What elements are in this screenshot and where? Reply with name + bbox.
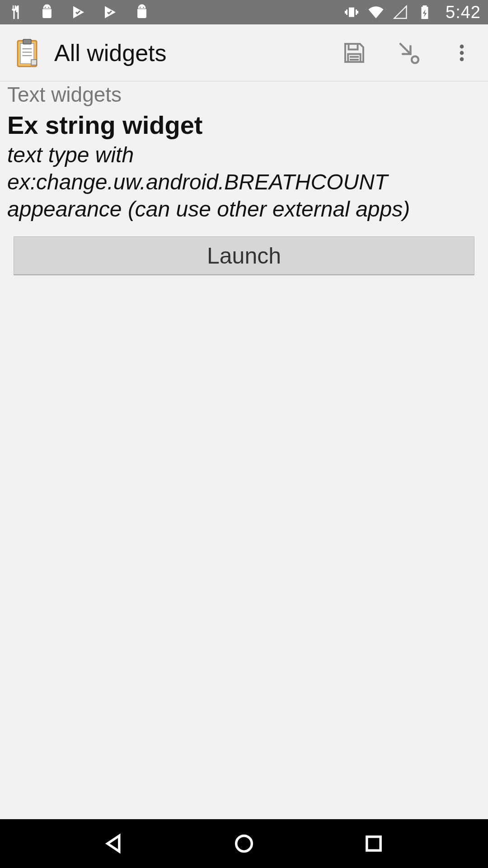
bugdroid-icon [39, 4, 55, 20]
clipboard-icon [11, 37, 43, 69]
svg-rect-10 [31, 60, 37, 65]
svg-rect-20 [366, 837, 380, 850]
svg-point-3 [143, 7, 144, 8]
goto-icon[interactable] [396, 39, 423, 66]
svg-point-16 [460, 44, 464, 48]
widget-description: text type with ex:change.uw.android.BREA… [7, 142, 481, 223]
bugdroid-icon-2 [134, 4, 150, 20]
launch-button[interactable]: Launch [14, 236, 474, 275]
app-header: All widgets [0, 24, 488, 81]
home-icon[interactable] [232, 832, 256, 855]
svg-point-1 [48, 7, 49, 8]
wifi-full-icon [368, 4, 384, 20]
vibrate-icon [343, 4, 360, 20]
page-title: All widgets [54, 39, 167, 66]
svg-point-18 [460, 57, 464, 61]
overflow-menu-icon[interactable] [451, 42, 473, 64]
play-check-icon [70, 4, 87, 20]
svg-point-15 [412, 56, 418, 63]
status-time: 5:42 [446, 3, 481, 22]
status-bar: 5:42 [0, 0, 488, 24]
svg-rect-12 [348, 54, 361, 62]
header-actions [341, 39, 481, 66]
fork-knife-icon [7, 4, 23, 20]
back-icon[interactable] [103, 832, 126, 855]
status-right-icons: 5:42 [343, 3, 481, 22]
svg-point-19 [236, 836, 252, 852]
battery-charging-icon [417, 4, 433, 20]
recent-icon[interactable] [362, 832, 385, 855]
main-content: Text widgets Ex string widget text type … [0, 81, 488, 819]
svg-point-0 [45, 7, 46, 8]
section-label: Text widgets [7, 82, 481, 107]
cell-empty-icon [392, 4, 408, 20]
svg-rect-6 [23, 39, 31, 44]
save-icon[interactable] [341, 39, 368, 66]
svg-point-17 [460, 51, 464, 55]
system-nav-bar [0, 819, 488, 868]
svg-point-2 [140, 7, 141, 8]
status-left-icons [7, 4, 150, 20]
play-check-icon-2 [102, 4, 118, 20]
svg-rect-11 [349, 44, 358, 50]
widget-title: Ex string widget [7, 110, 481, 140]
